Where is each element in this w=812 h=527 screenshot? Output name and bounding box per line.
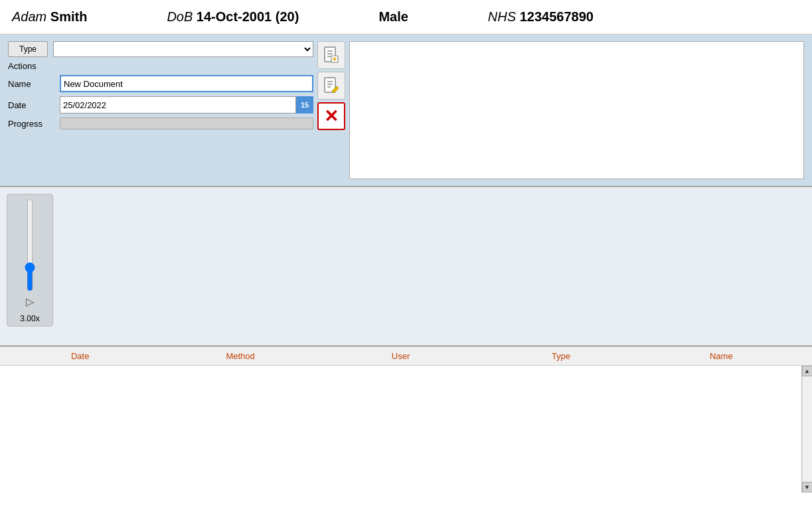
- col-name: Name: [641, 350, 801, 362]
- col-method: Method: [160, 350, 320, 362]
- actions-row: Actions: [8, 61, 313, 71]
- name-label: Name: [8, 79, 54, 89]
- progress-bar: [60, 117, 313, 129]
- table-body-wrap: ▲ ▼: [0, 366, 812, 492]
- delete-icon: ✕: [324, 108, 339, 125]
- documents-table-panel: Date Method User Type Name ▲ ▼: [0, 346, 812, 492]
- patient-first-name: Adam Smith: [12, 9, 87, 25]
- table-body: [0, 366, 801, 492]
- document-textarea[interactable]: [350, 42, 803, 179]
- zoom-slider[interactable]: [20, 198, 40, 291]
- col-user: User: [321, 350, 481, 362]
- date-picker-button[interactable]: 15: [296, 96, 313, 113]
- vertical-scrollbar: ▲ ▼: [801, 366, 812, 492]
- delete-button[interactable]: ✕: [317, 102, 345, 130]
- progress-label: Progress: [8, 119, 54, 129]
- actions-label: Actions: [8, 61, 54, 71]
- date-input-wrap: 15: [60, 96, 313, 113]
- date-input[interactable]: [60, 96, 296, 113]
- patient-nhs: NHS 1234567890: [488, 9, 594, 25]
- date-label: Date: [8, 100, 54, 110]
- progress-row: Progress: [8, 117, 313, 129]
- edit-document-icon: [322, 76, 341, 95]
- patient-gender: Male: [378, 9, 408, 25]
- patient-dob: DoB 14-Oct-2001 (20): [167, 9, 299, 25]
- name-row: Name: [8, 75, 313, 92]
- type-row: Type: [8, 41, 313, 57]
- patient-header: Adam Smith DoB 14-Oct-2001 (20) Male NHS…: [0, 0, 812, 35]
- type-button[interactable]: Type: [8, 41, 48, 57]
- document-form: Type Actions Name Date 15 Progress: [8, 41, 313, 179]
- action-icons: ✕: [317, 41, 345, 179]
- table-header: Date Method User Type Name: [0, 347, 812, 366]
- name-input[interactable]: [60, 75, 313, 92]
- new-document-button[interactable]: [317, 41, 345, 69]
- scroll-down-button[interactable]: ▼: [802, 482, 813, 492]
- image-panel: ▷ 3.00x: [0, 187, 812, 346]
- col-type: Type: [481, 350, 641, 362]
- zoom-slider-container: ▷ 3.00x: [7, 194, 53, 327]
- col-date: Date: [0, 350, 160, 362]
- new-document-icon: [322, 46, 341, 64]
- type-select[interactable]: [53, 41, 313, 57]
- top-panel: Type Actions Name Date 15 Progress: [0, 35, 812, 187]
- zoom-arrow-icon: ▷: [26, 295, 34, 308]
- zoom-level-label: 3.00x: [20, 314, 39, 323]
- image-canvas: [60, 194, 805, 339]
- document-text-area[interactable]: [349, 41, 804, 179]
- date-row: Date 15: [8, 96, 313, 113]
- scroll-track: [803, 376, 812, 482]
- edit-document-button[interactable]: [317, 72, 345, 100]
- scroll-up-button[interactable]: ▲: [802, 366, 813, 376]
